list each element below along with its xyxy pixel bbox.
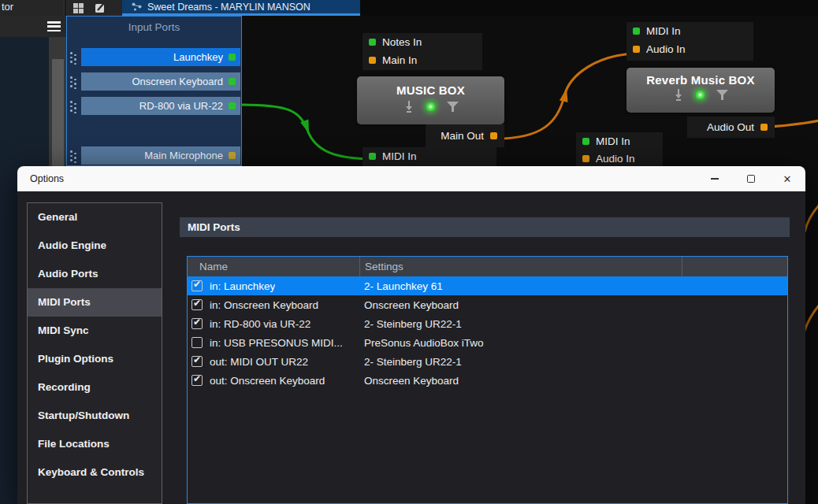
sidebar-item-startup-shutdown[interactable]: Startup/Shutdown: [28, 402, 162, 430]
table-row[interactable]: in: Launchkey 2- Launchkey 61: [188, 276, 787, 295]
port-label: MIDI In: [382, 150, 417, 162]
status-square-green: [229, 102, 236, 109]
port-label: MIDI In: [596, 135, 630, 147]
drag-handle-icon[interactable]: [70, 76, 76, 88]
port-square-orange: [490, 132, 497, 139]
sidebar-item-general[interactable]: General: [28, 203, 162, 232]
status-square-yellow: [229, 152, 236, 159]
checkbox[interactable]: [191, 337, 203, 348]
lower-node-input-ports: MIDI In Audio In: [576, 132, 663, 166]
input-port-item-launchkey[interactable]: Launchkey: [81, 48, 240, 66]
input-level-arrow-icon[interactable]: [403, 101, 415, 113]
cell-settings: Onscreen Keyboard: [359, 375, 682, 387]
port-square-green: [633, 28, 640, 35]
sidebar-item-midi-ports[interactable]: MIDI Ports: [28, 288, 162, 317]
dialog-body: General Audio Engine Audio Ports MIDI Po…: [17, 191, 805, 504]
input-ports-panel: Input Ports Launchkey Onscreen Keyboard …: [66, 16, 242, 166]
port-square-orange: [633, 46, 640, 53]
sidebar-item-midi-sync[interactable]: MIDI Sync: [28, 317, 162, 345]
table-row[interactable]: in: RD-800 via UR-22 2- Steinberg UR22-1: [188, 314, 787, 333]
port-square-orange: [760, 124, 768, 131]
column-header-settings[interactable]: Settings: [359, 257, 682, 276]
power-led-icon[interactable]: [426, 102, 435, 111]
menu-hamburger-icon[interactable]: [47, 21, 61, 32]
options-dialog: Options ✕ General Audio Engine Audio Por…: [17, 166, 805, 504]
dialog-titlebar[interactable]: Options ✕: [17, 166, 805, 191]
table-row[interactable]: out: Onscreen Keyboard Onscreen Keyboard: [188, 371, 787, 390]
filter-icon[interactable]: [716, 90, 728, 100]
drag-handle-icon[interactable]: [70, 51, 76, 64]
port-notes-in[interactable]: Notes In: [363, 33, 482, 51]
port-audio-in[interactable]: Audio In: [576, 150, 663, 167]
cell-name: out: Onscreen Keyboard: [210, 375, 325, 387]
port-main-out[interactable]: Main Out: [426, 124, 504, 147]
edit-icon[interactable]: [95, 2, 106, 13]
wire-orange-mainout: [496, 54, 634, 139]
column-header-name[interactable]: Name: [188, 257, 359, 276]
power-led-icon[interactable]: [696, 91, 705, 99]
port-audio-out[interactable]: Audio Out: [687, 117, 775, 138]
node-title: MUSIC BOX: [357, 83, 504, 97]
input-port-item-main-microphone[interactable]: Main Microphone: [81, 146, 240, 165]
port-midi-in[interactable]: MIDI In: [576, 132, 663, 150]
sidebar-item-file-locations[interactable]: File Locations: [28, 430, 162, 458]
port-label: Audio In: [646, 43, 686, 55]
port-audio-in[interactable]: Audio In: [627, 40, 753, 58]
checkbox[interactable]: [191, 375, 203, 386]
maximize-button[interactable]: [733, 166, 769, 191]
cell-name: out: MIDI OUT UR22: [210, 356, 308, 368]
sidebar-item-audio-ports[interactable]: Audio Ports: [28, 260, 162, 288]
cell-name: in: Onscreen Keyboard: [210, 299, 318, 311]
input-port-label: RD-800 via UR-22: [139, 100, 223, 112]
cell-settings: PreSonus AudioBox iTwo: [359, 337, 682, 349]
cell-settings: Onscreen Keyboard: [359, 299, 682, 311]
cell-settings: 2- Steinberg UR22-1: [359, 318, 682, 330]
column-header-empty: [682, 257, 787, 276]
drag-handle-icon[interactable]: [70, 150, 76, 162]
wire-green-arrow: [300, 120, 313, 135]
status-square-green: [229, 78, 236, 85]
sidebar-item-recording[interactable]: Recording: [28, 373, 162, 402]
music-box-input-ports: Notes In Main In: [363, 33, 482, 70]
input-port-item-rd800[interactable]: RD-800 via UR-22: [81, 97, 240, 115]
sidebar-item-audio-engine[interactable]: Audio Engine: [28, 232, 162, 260]
table-row[interactable]: out: MIDI OUT UR22 2- Steinberg UR22-1: [188, 352, 787, 371]
reverb-box-output-port: Audio Out: [687, 117, 775, 138]
close-button[interactable]: ✕: [769, 166, 805, 191]
reverb-box-node[interactable]: Reverb Music BOX: [627, 68, 775, 113]
layout-grid-icon[interactable]: [73, 3, 84, 13]
cell-name: in: USB PRESONUS MIDI...: [210, 337, 343, 349]
table-row[interactable]: in: USB PRESONUS MIDI... PreSonus AudioB…: [188, 333, 787, 352]
status-square-green: [229, 54, 236, 61]
filter-icon[interactable]: [447, 102, 459, 112]
port-label: Main Out: [441, 130, 484, 142]
music-box-node[interactable]: MUSIC BOX: [357, 76, 504, 124]
input-ports-title: Input Ports: [67, 17, 241, 33]
sidebar-item-plugin-options[interactable]: Plugin Options: [28, 345, 162, 373]
checkbox[interactable]: [191, 356, 203, 367]
input-port-label: Main Microphone: [144, 150, 223, 161]
input-port-label: Onscreen Keyboard: [132, 76, 223, 87]
wire-orange-audioout: [768, 120, 818, 127]
node-title: Reverb Music BOX: [627, 73, 775, 87]
drag-handle-icon[interactable]: [70, 100, 76, 113]
port-midi-in[interactable]: MIDI In: [363, 147, 496, 165]
checkbox[interactable]: [191, 299, 203, 310]
checkbox[interactable]: [191, 318, 203, 329]
sidebar-item-keyboard-controls[interactable]: Keyboard & Controls: [28, 458, 162, 487]
close-icon: ✕: [783, 174, 792, 184]
minimize-button[interactable]: [697, 166, 733, 191]
port-label: Audio Out: [707, 121, 754, 133]
checkbox[interactable]: [191, 280, 203, 291]
port-main-in[interactable]: Main In: [363, 51, 482, 69]
table-row[interactable]: in: Onscreen Keyboard Onscreen Keyboard: [188, 295, 787, 314]
table-header-row: Name Settings: [188, 257, 787, 276]
node-graph-icon: [132, 2, 142, 11]
port-midi-in[interactable]: MIDI In: [627, 22, 753, 40]
input-port-item-onscreen-keyboard[interactable]: Onscreen Keyboard: [81, 72, 240, 91]
input-level-arrow-icon[interactable]: [673, 89, 684, 101]
reverb-box-input-ports: MIDI In Audio In: [627, 22, 753, 61]
minimize-icon: [711, 178, 719, 180]
tab-project[interactable]: Sweet Dreams - MARYLIN MANSON: [122, 0, 360, 16]
wire-orange-edge-2: [805, 298, 818, 331]
